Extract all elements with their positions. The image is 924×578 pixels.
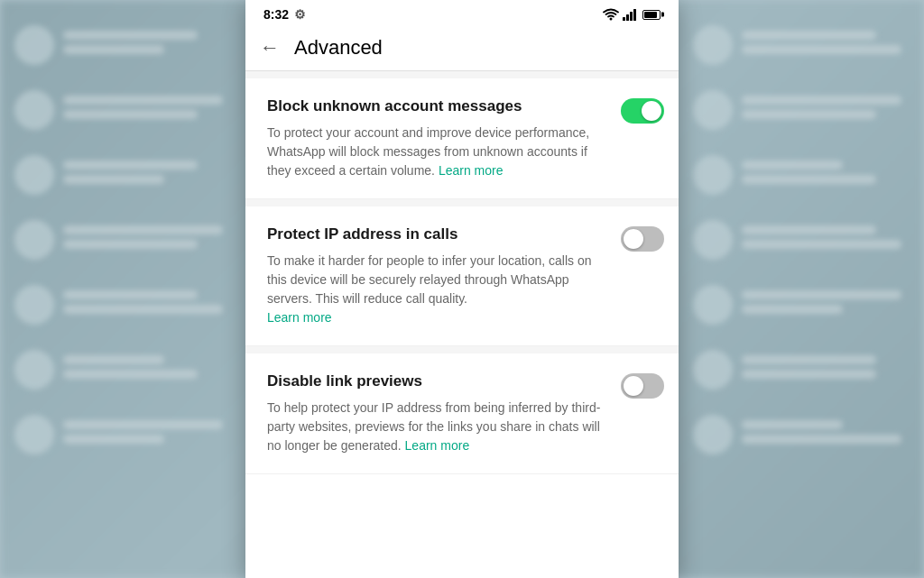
- svg-rect-4: [633, 9, 636, 21]
- toggle-block-unknown-knob: [642, 101, 661, 121]
- toggle-block-unknown[interactable]: [621, 98, 664, 124]
- mid-divider-1: [245, 199, 679, 206]
- setting-protect-ip-desc: To make it harder for people to infer yo…: [267, 252, 606, 327]
- setting-block-unknown[interactable]: Block unknown account messages To protec…: [245, 78, 679, 199]
- toggle-disable-link-previews-knob: [624, 376, 643, 396]
- status-time: 8:32: [263, 7, 289, 22]
- learn-more-ip-link[interactable]: Learn more: [267, 310, 332, 325]
- app-header: ← Advanced: [245, 25, 679, 71]
- mid-divider-2: [245, 346, 679, 353]
- status-bar: 8:32 ⚙: [245, 0, 679, 25]
- back-button[interactable]: ←: [260, 38, 280, 58]
- setting-block-unknown-content: Block unknown account messages To protec…: [267, 96, 606, 180]
- svg-rect-2: [626, 14, 629, 21]
- learn-more-link-previews-link[interactable]: Learn more: [405, 438, 470, 453]
- svg-rect-3: [630, 12, 633, 21]
- learn-more-block-link[interactable]: Learn more: [439, 163, 504, 178]
- bg-right-panel: [679, 0, 924, 578]
- content-area: Block unknown account messages To protec…: [245, 71, 679, 578]
- toggle-protect-ip-switch[interactable]: [621, 226, 664, 252]
- setting-disable-link-previews-content: Disable link previews To help protect yo…: [267, 372, 606, 455]
- status-left: 8:32 ⚙: [263, 7, 306, 22]
- battery-icon: [642, 10, 661, 20]
- setting-disable-link-previews-desc: To help protect your IP address from bei…: [267, 399, 606, 455]
- svg-point-0: [610, 18, 613, 21]
- setting-protect-ip-content: Protect IP address in calls To make it h…: [267, 225, 606, 327]
- setting-protect-ip-title: Protect IP address in calls: [267, 225, 606, 244]
- toggle-protect-ip-knob: [624, 229, 643, 249]
- setting-block-unknown-desc: To protect your account and improve devi…: [267, 124, 606, 180]
- toggle-block-unknown-switch[interactable]: [621, 98, 664, 124]
- page-title: Advanced: [294, 36, 383, 60]
- setting-block-unknown-title: Block unknown account messages: [267, 96, 606, 116]
- setting-disable-link-previews-title: Disable link previews: [267, 372, 606, 391]
- setting-disable-link-previews[interactable]: Disable link previews To help protect yo…: [245, 353, 679, 474]
- status-right: [603, 8, 661, 21]
- gear-icon: ⚙: [294, 7, 306, 22]
- top-divider: [245, 71, 679, 78]
- phone-panel: 8:32 ⚙ ←: [245, 0, 679, 578]
- toggle-disable-link-previews-switch[interactable]: [621, 373, 664, 399]
- signal-icon: [623, 9, 637, 21]
- bg-left-panel: [0, 0, 245, 578]
- svg-rect-1: [623, 17, 625, 21]
- setting-protect-ip[interactable]: Protect IP address in calls To make it h…: [245, 206, 679, 346]
- toggle-protect-ip[interactable]: [621, 226, 664, 252]
- toggle-disable-link-previews[interactable]: [621, 373, 664, 399]
- wifi-icon: [603, 8, 619, 21]
